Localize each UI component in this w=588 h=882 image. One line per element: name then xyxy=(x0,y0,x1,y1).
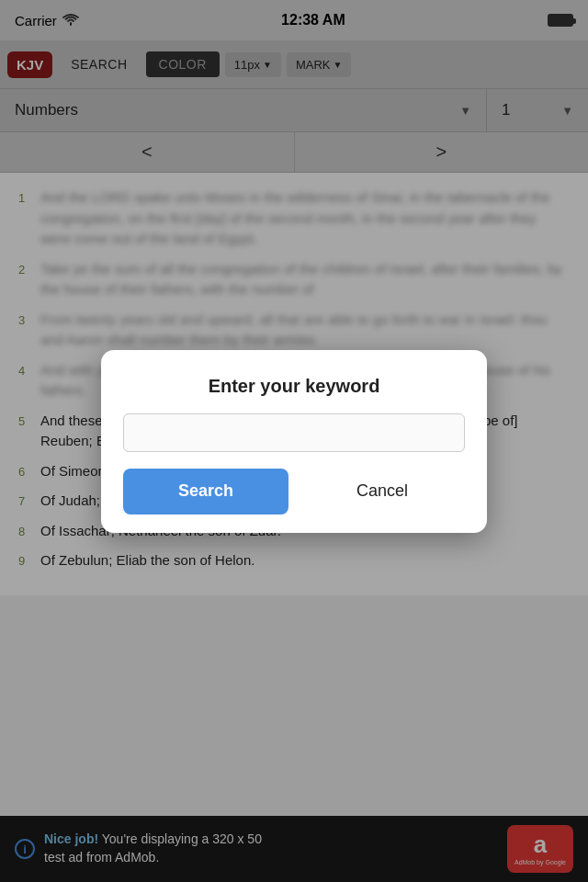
modal-buttons: Search Cancel xyxy=(123,469,465,514)
search-dialog: Enter your keyword Search Cancel xyxy=(101,350,487,533)
cancel-button[interactable]: Cancel xyxy=(300,469,465,514)
modal-overlay: Enter your keyword Search Cancel xyxy=(0,0,588,882)
search-confirm-button[interactable]: Search xyxy=(123,469,288,514)
modal-title: Enter your keyword xyxy=(123,376,465,397)
keyword-input[interactable] xyxy=(123,413,465,452)
